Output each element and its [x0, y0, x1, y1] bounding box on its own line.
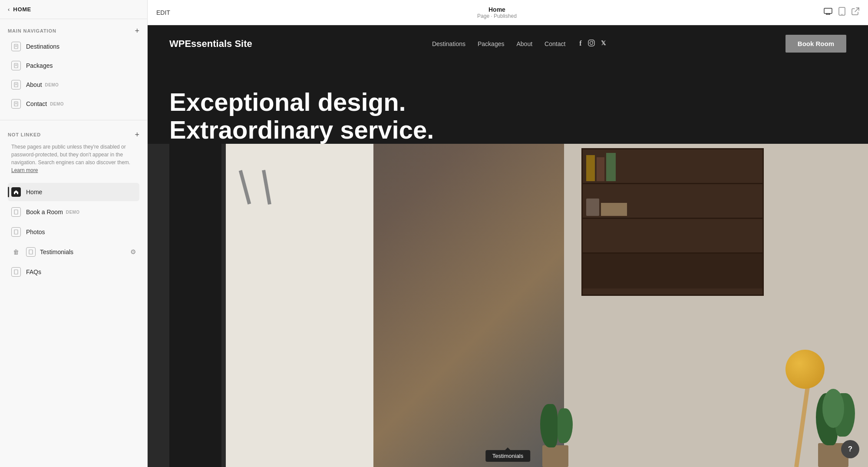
nav-item-contact-label: Contact [26, 100, 47, 107]
photo-section: Testimonials [148, 144, 868, 467]
page-title: Home [477, 6, 517, 13]
page-icon [11, 61, 21, 70]
leaf-3 [822, 389, 844, 428]
edit-button[interactable]: EDIT [156, 9, 170, 16]
sidebar-top-bar[interactable]: ‹ HOME [0, 0, 147, 19]
svg-line-22 [855, 8, 859, 12]
page-icon [11, 227, 21, 237]
leaf-5 [558, 408, 573, 443]
help-button[interactable]: ? [841, 440, 859, 458]
page-doc-icon [14, 101, 18, 106]
divider-1 [0, 120, 147, 120]
page-doc-icon [14, 269, 18, 275]
room-photo: Testimonials [148, 144, 868, 467]
desktop-icon [824, 8, 832, 15]
main-nav-add-button[interactable]: + [135, 27, 139, 35]
top-bar: EDIT Home Page · Published [148, 0, 868, 25]
main-area: EDIT Home Page · Published [148, 0, 868, 467]
book-1 [586, 155, 595, 181]
site-nav-destinations[interactable]: Destinations [432, 40, 465, 47]
shelf-bottom-shadow [583, 254, 762, 288]
page-icon [26, 247, 36, 257]
nav-item-packages-label: Packages [26, 62, 53, 69]
nav-item-contact[interactable]: Contact DEMO [8, 95, 139, 113]
nav-item-home[interactable]: Home [8, 183, 139, 201]
object-1 [586, 199, 599, 216]
site-nav-about[interactable]: About [516, 40, 532, 47]
external-link-icon [851, 7, 859, 15]
sidebar: ‹ HOME MAIN NAVIGATION + Destinations [0, 0, 148, 467]
tablet-icon [838, 7, 845, 16]
hero-title: Exceptional design. Extraordinary servic… [169, 88, 473, 144]
room-door [169, 144, 221, 467]
svg-rect-12 [14, 210, 18, 214]
svg-point-25 [592, 41, 593, 42]
lamp-shade [785, 350, 825, 389]
page-icon [11, 267, 21, 277]
facebook-icon[interactable]: f [579, 40, 581, 48]
book-3 [606, 153, 616, 181]
tablet-view-button[interactable] [838, 7, 845, 18]
external-link-button[interactable] [851, 7, 859, 17]
nav-item-faqs[interactable]: FAQs [8, 263, 139, 281]
page-doc-icon [14, 229, 18, 235]
page-icon [11, 42, 21, 51]
not-linked-add-button[interactable]: + [135, 131, 139, 139]
nav-item-destinations[interactable]: Destinations [8, 37, 139, 56]
contact-demo-badge: DEMO [50, 102, 64, 106]
site-nav-social: f 𝕏 [579, 40, 605, 48]
current-page-indicator [8, 187, 9, 197]
twitter-icon[interactable]: 𝕏 [601, 40, 606, 48]
back-icon[interactable]: ‹ [8, 6, 10, 13]
svg-point-24 [590, 41, 593, 44]
about-demo-badge: DEMO [45, 83, 59, 87]
plant-2-container [538, 397, 573, 467]
page-icon [11, 80, 21, 89]
nav-item-faqs-label: FAQs [26, 268, 41, 275]
home-active-icon [11, 187, 21, 197]
object-2 [601, 203, 627, 216]
shelf-row-3 [583, 219, 762, 254]
home-label: HOME [13, 6, 31, 13]
page-doc-icon [14, 82, 18, 87]
not-linked-description: These pages are public unless they're di… [8, 141, 139, 179]
site-nav-contact[interactable]: Contact [545, 40, 565, 47]
leaf-4 [540, 404, 558, 447]
testimonials-tooltip[interactable]: Testimonials [485, 450, 531, 462]
book-room-cta-button[interactable]: Book Room [785, 35, 846, 53]
svg-rect-23 [588, 40, 594, 46]
svg-point-21 [842, 14, 842, 15]
nav-item-home-label: Home [26, 189, 42, 195]
svg-rect-14 [29, 250, 33, 254]
page-icon [11, 99, 21, 109]
nav-item-testimonials[interactable]: 🗑 Testimonials ⚙ [8, 243, 139, 261]
page-doc-icon [14, 44, 18, 49]
hero-section: Exceptional design. Extraordinary servic… [148, 62, 868, 144]
nav-item-about[interactable]: About DEMO [8, 76, 139, 94]
page-icon [11, 207, 21, 217]
site-logo: WPEssentials Site [169, 38, 252, 50]
nav-item-destinations-label: Destinations [26, 43, 59, 50]
nav-item-photos[interactable]: Photos [8, 223, 139, 241]
nav-item-about-label: About [26, 81, 42, 88]
page-doc-icon [14, 209, 18, 215]
learn-more-link[interactable]: Learn more [11, 167, 38, 173]
site-header: WPEssentials Site Destinations Packages … [148, 25, 868, 62]
gear-icon[interactable]: ⚙ [130, 248, 136, 256]
main-nav-title: MAIN NAVIGATION [8, 28, 56, 33]
nav-item-packages[interactable]: Packages [8, 56, 139, 75]
trash-icon: 🗑 [11, 247, 21, 257]
site-nav-packages[interactable]: Packages [478, 40, 504, 47]
desktop-view-button[interactable] [824, 8, 832, 17]
website-preview: WPEssentials Site Destinations Packages … [148, 25, 868, 467]
not-linked-header: NOT LINKED + [8, 131, 139, 139]
nav-item-testimonials-label: Testimonials [40, 248, 73, 255]
preview-area: WPEssentials Site Destinations Packages … [148, 25, 868, 467]
plant-2-pot [542, 445, 568, 467]
nav-item-book-a-room[interactable]: Book a Room DEMO [8, 203, 139, 221]
top-bar-center: Home Page · Published [477, 6, 517, 19]
shelf-row-4 [583, 254, 762, 288]
instagram-icon[interactable] [588, 40, 595, 48]
plant-leaves-container [812, 384, 855, 445]
top-bar-right [824, 7, 859, 18]
